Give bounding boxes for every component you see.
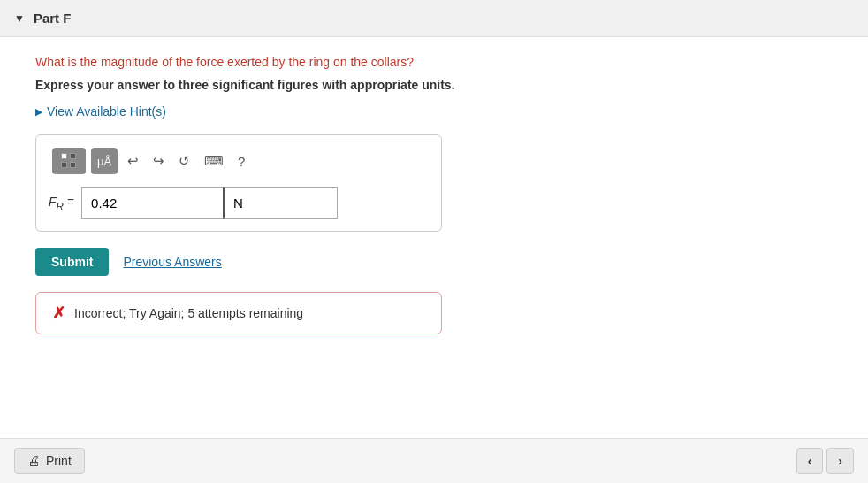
feedback-text: Incorrect; Try Again; 5 attempts remaini… <box>74 306 303 320</box>
answer-value-input[interactable] <box>81 187 223 218</box>
input-row: FR = <box>49 187 429 218</box>
unit-input[interactable] <box>223 187 338 218</box>
help-icon: ? <box>238 154 245 169</box>
refresh-icon: ↺ <box>179 153 190 169</box>
variable-label: FR = <box>49 195 74 211</box>
instruction-text: Express your answer to three significant… <box>35 78 833 92</box>
matrix-button[interactable] <box>52 148 86 174</box>
mu-label: μÅ <box>97 155 111 168</box>
mu-button[interactable]: μÅ <box>91 148 118 174</box>
part-content: What is the magnitude of the force exert… <box>0 37 868 352</box>
actions-row: Submit Previous Answers <box>35 248 833 276</box>
incorrect-icon: ✗ <box>52 303 65 323</box>
feedback-box: ✗ Incorrect; Try Again; 5 attempts remai… <box>35 292 442 334</box>
redo-icon: ↪ <box>153 153 164 169</box>
help-button[interactable]: ? <box>233 148 249 174</box>
hint-link[interactable]: ▶ View Available Hint(s) <box>35 104 833 119</box>
hint-arrow-icon: ▶ <box>35 106 42 118</box>
undo-icon: ↩ <box>127 153 139 169</box>
page-container: ▼ Part F What is the magnitude of the fo… <box>0 0 868 483</box>
next-nav-button[interactable]: › <box>826 448 854 474</box>
answer-box: μÅ ↩ ↪ ↺ ⌨ ? <box>35 134 442 232</box>
print-button[interactable]: 🖨 Print <box>14 448 85 474</box>
submit-button[interactable]: Submit <box>35 248 109 276</box>
toolbar: μÅ ↩ ↪ ↺ ⌨ ? <box>49 148 429 174</box>
part-title: Part F <box>34 11 72 26</box>
print-icon: 🖨 <box>27 454 40 468</box>
refresh-button[interactable]: ↺ <box>174 148 194 174</box>
redo-button[interactable]: ↪ <box>148 148 169 174</box>
part-header: ▼ Part F <box>0 0 868 37</box>
collapse-chevron[interactable]: ▼ <box>14 12 25 25</box>
keyboard-icon: ⌨ <box>204 153 224 169</box>
print-label: Print <box>46 454 72 468</box>
nav-buttons: ‹ › <box>796 448 854 474</box>
prev-nav-button[interactable]: ‹ <box>796 448 824 474</box>
keyboard-button[interactable]: ⌨ <box>200 148 228 174</box>
bottom-bar: 🖨 Print ‹ › <box>0 438 868 483</box>
previous-answers-button[interactable]: Previous Answers <box>123 255 221 269</box>
hint-link-label: View Available Hint(s) <box>47 104 166 119</box>
question-text: What is the magnitude of the force exert… <box>35 55 833 69</box>
undo-button[interactable]: ↩ <box>123 148 143 174</box>
